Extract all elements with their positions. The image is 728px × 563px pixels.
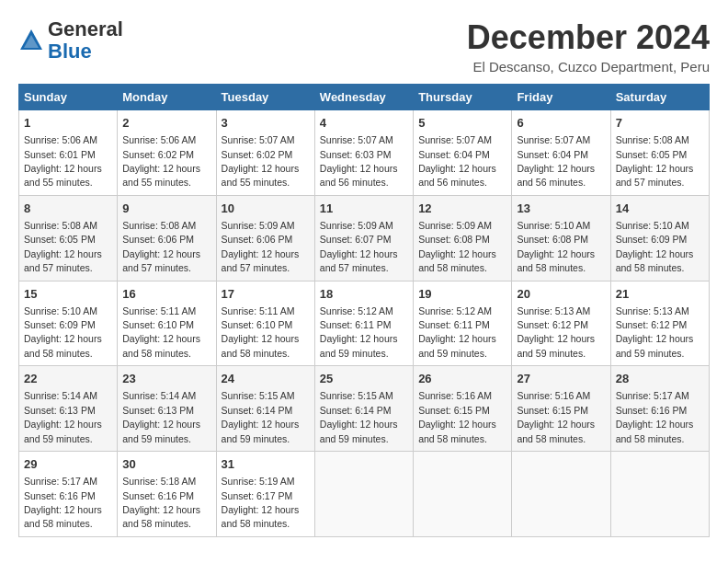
cell-details: Sunrise: 5:11 AMSunset: 6:10 PMDaylight:… [222, 305, 300, 359]
cell-details: Sunrise: 5:08 AMSunset: 6:05 PMDaylight:… [616, 134, 694, 188]
calendar-cell: 19Sunrise: 5:12 AMSunset: 6:11 PMDayligh… [414, 281, 512, 366]
calendar-cell: 3Sunrise: 5:07 AMSunset: 6:02 PMDaylight… [216, 110, 314, 196]
day-number: 12 [418, 201, 506, 217]
calendar-cell [512, 452, 610, 537]
logo-blue-text: Blue [48, 40, 92, 63]
cell-details: Sunrise: 5:13 AMSunset: 6:12 PMDaylight:… [517, 305, 595, 359]
cell-details: Sunrise: 5:06 AMSunset: 6:02 PMDaylight:… [122, 134, 200, 188]
cell-details: Sunrise: 5:12 AMSunset: 6:11 PMDaylight:… [320, 305, 398, 359]
day-header-saturday: Saturday [610, 85, 709, 110]
day-number: 23 [122, 371, 210, 387]
calendar-cell: 16Sunrise: 5:11 AMSunset: 6:10 PMDayligh… [118, 281, 216, 366]
calendar-cell: 6Sunrise: 5:07 AMSunset: 6:04 PMDaylight… [512, 110, 610, 196]
calendar-cell: 27Sunrise: 5:16 AMSunset: 6:15 PMDayligh… [512, 366, 610, 452]
cell-details: Sunrise: 5:10 AMSunset: 6:08 PMDaylight:… [517, 220, 595, 273]
calendar-cell: 30Sunrise: 5:18 AMSunset: 6:16 PMDayligh… [118, 452, 216, 537]
day-number: 7 [616, 115, 704, 132]
cell-details: Sunrise: 5:16 AMSunset: 6:15 PMDaylight:… [517, 390, 595, 443]
calendar-cell: 24Sunrise: 5:15 AMSunset: 6:14 PMDayligh… [216, 366, 314, 452]
day-number: 5 [418, 115, 506, 132]
day-number: 31 [222, 456, 310, 473]
day-number: 24 [222, 371, 310, 387]
week-row-4: 22Sunrise: 5:14 AMSunset: 6:13 PMDayligh… [19, 366, 710, 452]
cell-details: Sunrise: 5:07 AMSunset: 6:03 PMDaylight:… [320, 134, 398, 188]
day-number: 6 [517, 115, 605, 132]
cell-details: Sunrise: 5:17 AMSunset: 6:16 PMDaylight:… [24, 476, 102, 529]
day-header-thursday: Thursday [414, 85, 512, 110]
day-number: 2 [122, 115, 210, 132]
cell-details: Sunrise: 5:07 AMSunset: 6:04 PMDaylight:… [418, 134, 496, 188]
calendar-cell: 26Sunrise: 5:16 AMSunset: 6:15 PMDayligh… [414, 366, 512, 452]
cell-details: Sunrise: 5:08 AMSunset: 6:06 PMDaylight:… [122, 220, 200, 273]
day-number: 13 [517, 201, 605, 217]
calendar-cell: 20Sunrise: 5:13 AMSunset: 6:12 PMDayligh… [512, 281, 610, 366]
calendar-cell: 4Sunrise: 5:07 AMSunset: 6:03 PMDaylight… [314, 110, 413, 196]
day-number: 19 [418, 286, 506, 303]
day-number: 4 [320, 115, 408, 132]
calendar-cell: 21Sunrise: 5:13 AMSunset: 6:12 PMDayligh… [610, 281, 709, 366]
calendar-cell: 2Sunrise: 5:06 AMSunset: 6:02 PMDaylight… [118, 110, 216, 196]
calendar-cell: 17Sunrise: 5:11 AMSunset: 6:10 PMDayligh… [216, 281, 314, 366]
location: El Descanso, Cuzco Department, Peru [467, 59, 710, 75]
calendar-cell: 1Sunrise: 5:06 AMSunset: 6:01 PMDaylight… [19, 110, 118, 196]
week-row-3: 15Sunrise: 5:10 AMSunset: 6:09 PMDayligh… [19, 281, 710, 366]
day-number: 18 [320, 286, 408, 303]
cell-details: Sunrise: 5:09 AMSunset: 6:07 PMDaylight:… [320, 220, 398, 273]
cell-details: Sunrise: 5:08 AMSunset: 6:05 PMDaylight:… [24, 220, 102, 273]
page-header: General Blue December 2024 El Descanso, … [18, 18, 710, 75]
calendar-cell: 13Sunrise: 5:10 AMSunset: 6:08 PMDayligh… [512, 195, 610, 281]
calendar-cell: 31Sunrise: 5:19 AMSunset: 6:17 PMDayligh… [216, 452, 314, 537]
day-number: 9 [122, 201, 210, 217]
cell-details: Sunrise: 5:12 AMSunset: 6:11 PMDaylight:… [418, 305, 496, 359]
day-number: 8 [24, 201, 112, 217]
cell-details: Sunrise: 5:15 AMSunset: 6:14 PMDaylight:… [320, 390, 398, 443]
day-number: 20 [517, 286, 605, 303]
calendar-cell: 12Sunrise: 5:09 AMSunset: 6:08 PMDayligh… [414, 195, 512, 281]
day-header-monday: Monday [118, 85, 216, 110]
day-number: 11 [320, 201, 408, 217]
day-number: 16 [122, 286, 210, 303]
cell-details: Sunrise: 5:14 AMSunset: 6:13 PMDaylight:… [122, 390, 200, 443]
day-number: 29 [24, 456, 112, 473]
day-header-sunday: Sunday [19, 85, 118, 110]
month-title: December 2024 [467, 18, 710, 57]
calendar-cell: 15Sunrise: 5:10 AMSunset: 6:09 PMDayligh… [19, 281, 118, 366]
cell-details: Sunrise: 5:17 AMSunset: 6:16 PMDaylight:… [616, 390, 694, 443]
day-number: 27 [517, 371, 605, 387]
cell-details: Sunrise: 5:10 AMSunset: 6:09 PMDaylight:… [24, 305, 102, 359]
cell-details: Sunrise: 5:09 AMSunset: 6:06 PMDaylight:… [222, 220, 300, 273]
week-row-1: 1Sunrise: 5:06 AMSunset: 6:01 PMDaylight… [19, 110, 710, 196]
calendar-header-row: SundayMondayTuesdayWednesdayThursdayFrid… [19, 85, 710, 110]
logo-general-text: General [48, 17, 123, 40]
calendar-cell: 22Sunrise: 5:14 AMSunset: 6:13 PMDayligh… [19, 366, 118, 452]
cell-details: Sunrise: 5:06 AMSunset: 6:01 PMDaylight:… [24, 134, 102, 188]
day-number: 15 [24, 286, 112, 303]
day-number: 26 [418, 371, 506, 387]
day-number: 17 [222, 286, 310, 303]
cell-details: Sunrise: 5:11 AMSunset: 6:10 PMDaylight:… [122, 305, 200, 359]
logo-icon [18, 28, 44, 53]
calendar-cell: 14Sunrise: 5:10 AMSunset: 6:09 PMDayligh… [610, 195, 709, 281]
calendar-cell: 23Sunrise: 5:14 AMSunset: 6:13 PMDayligh… [118, 366, 216, 452]
calendar-cell: 5Sunrise: 5:07 AMSunset: 6:04 PMDaylight… [414, 110, 512, 196]
calendar-cell: 10Sunrise: 5:09 AMSunset: 6:06 PMDayligh… [216, 195, 314, 281]
title-block: December 2024 El Descanso, Cuzco Departm… [467, 18, 710, 75]
calendar-table: SundayMondayTuesdayWednesdayThursdayFrid… [18, 84, 710, 537]
day-number: 21 [616, 286, 704, 303]
cell-details: Sunrise: 5:18 AMSunset: 6:16 PMDaylight:… [122, 476, 200, 529]
logo: General Blue [18, 18, 123, 63]
calendar-cell [414, 452, 512, 537]
cell-details: Sunrise: 5:15 AMSunset: 6:14 PMDaylight:… [222, 390, 300, 443]
cell-details: Sunrise: 5:19 AMSunset: 6:17 PMDaylight:… [222, 476, 300, 529]
day-number: 1 [24, 115, 112, 132]
cell-details: Sunrise: 5:10 AMSunset: 6:09 PMDaylight:… [616, 220, 694, 273]
cell-details: Sunrise: 5:14 AMSunset: 6:13 PMDaylight:… [24, 390, 102, 443]
calendar-cell [314, 452, 413, 537]
calendar-cell: 29Sunrise: 5:17 AMSunset: 6:16 PMDayligh… [19, 452, 118, 537]
cell-details: Sunrise: 5:09 AMSunset: 6:08 PMDaylight:… [418, 220, 496, 273]
calendar-cell: 11Sunrise: 5:09 AMSunset: 6:07 PMDayligh… [314, 195, 413, 281]
calendar-body: 1Sunrise: 5:06 AMSunset: 6:01 PMDaylight… [19, 110, 710, 537]
day-number: 14 [616, 201, 704, 217]
calendar-cell: 8Sunrise: 5:08 AMSunset: 6:05 PMDaylight… [19, 195, 118, 281]
day-number: 25 [320, 371, 408, 387]
